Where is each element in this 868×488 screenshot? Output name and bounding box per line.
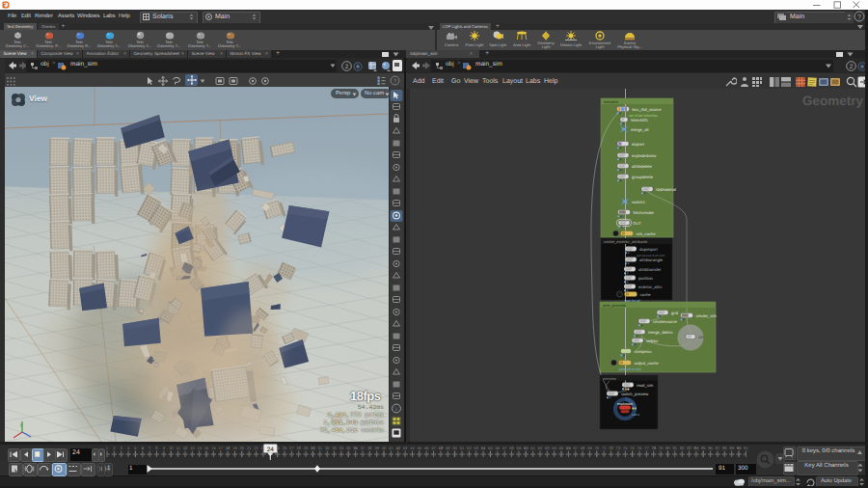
svg-text:46: 46 (424, 446, 429, 450)
svg-text:31: 31 (318, 446, 323, 450)
svg-text:16: 16 (211, 446, 216, 450)
svg-text:26: 26 (283, 446, 287, 450)
svg-text:44: 44 (410, 446, 415, 450)
svg-text:14: 14 (197, 446, 202, 450)
svg-text:56: 56 (496, 446, 501, 450)
svg-text:switch_preview: switch_preview (621, 392, 649, 396)
svg-text:2: 2 (345, 64, 349, 70)
svg-text:50: 50 (452, 446, 457, 450)
svg-text:preview: preview (603, 376, 616, 381)
svg-text:52: 52 (467, 446, 472, 450)
svg-text:11: 11 (176, 446, 180, 450)
svg-text:58: 58 (509, 446, 514, 450)
svg-text:box_rbd_source: box_rbd_source (633, 107, 663, 112)
svg-text:sim_cache: sim_cache (637, 231, 657, 236)
svg-text:82: 82 (680, 446, 685, 450)
svg-text:39: 39 (374, 446, 379, 450)
svg-text:Geometry: Geometry (802, 94, 864, 108)
svg-text:33: 33 (332, 446, 337, 450)
svg-text:3: 3 (121, 446, 123, 450)
svg-text:41: 41 (389, 446, 393, 450)
svg-text:grid: grid (671, 311, 679, 315)
svg-text:66: 66 (566, 446, 571, 450)
svg-text:27: 27 (289, 446, 294, 450)
svg-text:60: 60 (524, 446, 529, 450)
svg-text:7: 7 (149, 446, 151, 450)
svg-text:84: 84 (694, 446, 699, 450)
svg-text:21: 21 (247, 446, 252, 450)
svg-text:76: 76 (637, 446, 642, 450)
svg-text:80: 80 (665, 446, 670, 450)
svg-text:read_sim: read_sim (637, 383, 654, 388)
svg-text:71: 71 (602, 446, 607, 450)
svg-text:4: 4 (127, 446, 130, 450)
svg-text:29: 29 (304, 446, 309, 450)
svg-text:exterior_attrs: exterior_attrs (638, 285, 662, 289)
svg-text:1: 1 (106, 446, 109, 450)
svg-text:45: 45 (418, 446, 422, 450)
svg-text:vol: vol (698, 335, 703, 339)
svg-text:59: 59 (517, 446, 522, 450)
svg-text:42: 42 (396, 446, 401, 450)
svg-text:70: 70 (595, 446, 600, 450)
svg-text:velblur: velblur (646, 339, 659, 343)
svg-text:83: 83 (687, 446, 692, 450)
svg-text:90: 90 (737, 446, 742, 450)
svg-text:72: 72 (609, 446, 613, 450)
svg-text:attribwrangle: attribwrangle (639, 258, 664, 262)
svg-text:13: 13 (190, 446, 195, 450)
svg-text:partition: partition (638, 276, 654, 281)
svg-text:62: 62 (538, 446, 543, 450)
svg-text:merge_all: merge_all (631, 127, 648, 132)
svg-text:47: 47 (431, 446, 436, 450)
svg-text:69: 69 (587, 446, 592, 450)
svg-text:9: 9 (163, 446, 166, 450)
svg-text:save all to disk: save all to disk (619, 367, 642, 371)
svg-text:10: 10 (169, 446, 174, 450)
svg-text:78: 78 (651, 446, 656, 450)
svg-text:37: 37 (361, 446, 366, 450)
svg-text:43: 43 (403, 446, 408, 450)
svg-text:15: 15 (204, 446, 209, 450)
svg-text:create_exterior_attributes: create_exterior_attributes (604, 239, 647, 244)
svg-text:smokesource: smokesource (653, 319, 678, 324)
svg-text:79: 79 (659, 446, 664, 450)
svg-text:18: 18 (226, 446, 231, 450)
svg-text:rbdmaterial: rbdmaterial (656, 187, 676, 192)
svg-text:merge_debris: merge_debris (648, 330, 673, 335)
svg-text:5: 5 (134, 446, 137, 450)
svg-text:dopimport: dopimport (639, 247, 658, 252)
svg-text:55: 55 (488, 446, 493, 450)
svg-text:8: 8 (155, 446, 158, 450)
svg-text:2: 2 (113, 446, 116, 450)
svg-text:48: 48 (439, 446, 444, 450)
svg-text:40: 40 (382, 446, 387, 450)
svg-text:timeshift1: timeshift1 (631, 118, 649, 122)
svg-text:51: 51 (460, 446, 465, 450)
svg-text:53: 53 (474, 446, 478, 450)
svg-text:groupdelete: groupdelete (632, 175, 654, 179)
svg-text:91: 91 (744, 446, 748, 450)
svg-text:cache: cache (640, 292, 652, 297)
svg-text:38: 38 (367, 446, 372, 450)
svg-text:simulate: simulate (604, 99, 619, 104)
svg-text:24: 24 (267, 447, 275, 453)
svg-text:switch1: switch1 (632, 200, 646, 204)
svg-text:77: 77 (644, 446, 649, 450)
svg-text:22: 22 (254, 446, 258, 450)
svg-text:attribtransfer: attribtransfer (638, 267, 662, 272)
svg-text:17: 17 (219, 446, 224, 450)
svg-text:28: 28 (296, 446, 301, 450)
svg-text:88: 88 (722, 446, 727, 450)
svg-text:explodedview: explodedview (632, 153, 657, 158)
svg-text:32: 32 (325, 446, 330, 450)
svg-text:63: 63 (545, 446, 550, 450)
svg-text:30: 30 (311, 446, 315, 450)
svg-text:34: 34 (339, 446, 344, 450)
svg-text:64: 64 (552, 446, 556, 450)
svg-text:post_process: post_process (603, 303, 626, 308)
svg-text:65: 65 (559, 446, 564, 450)
svg-text:35: 35 (346, 446, 351, 450)
svg-text:68: 68 (581, 446, 585, 450)
svg-text:61: 61 (530, 446, 535, 450)
